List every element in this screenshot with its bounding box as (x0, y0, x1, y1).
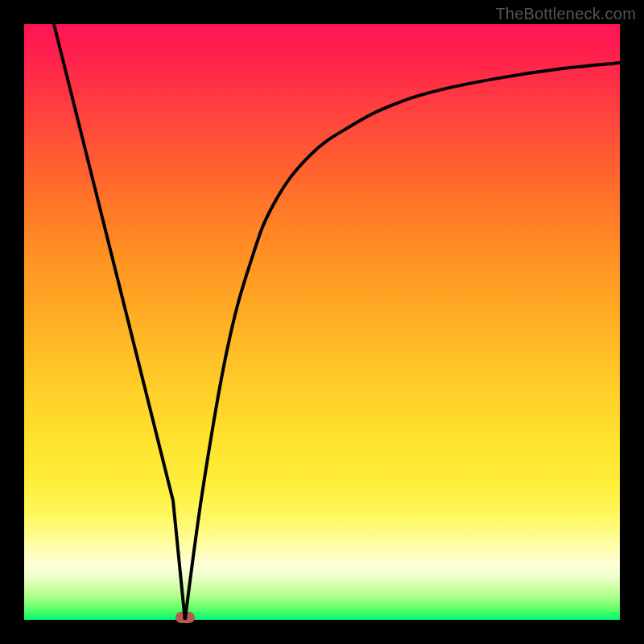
plot-area (24, 24, 620, 620)
chart-container: TheBottleneck.com (0, 0, 644, 644)
curve-svg (24, 24, 620, 620)
watermark-label: TheBottleneck.com (495, 5, 636, 23)
bottleneck-curve-path (54, 24, 620, 620)
